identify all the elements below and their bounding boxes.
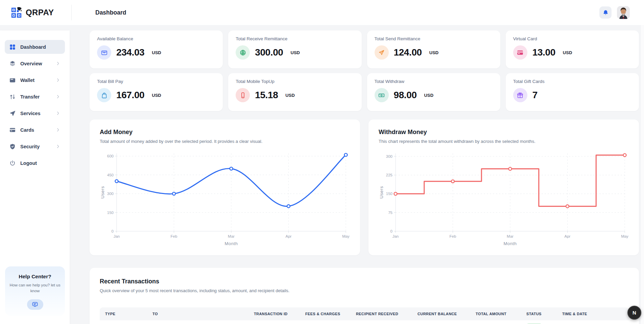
sidebar-item-dashboard[interactable]: Dashboard	[5, 40, 65, 54]
main-content: Available Balance234.03USDTotal Receive …	[90, 30, 639, 324]
svg-text:300: 300	[386, 154, 392, 158]
brand: QRPAY	[0, 5, 72, 20]
stat-value: 98.00	[394, 90, 417, 101]
help-chat-button[interactable]	[27, 299, 43, 310]
column-header-current-balance: CURRENT BALANCE	[412, 312, 470, 316]
sidebar-item-label: Security	[20, 144, 40, 149]
credit-card-icon	[513, 45, 527, 60]
sidebar-item-overview[interactable]: Overview	[5, 57, 65, 70]
sidebar-item-wallet[interactable]: Wallet	[5, 73, 65, 87]
column-header-transaction-id: TRANSACTION ID	[248, 312, 300, 316]
column-header-time-date: TIME & DATE	[557, 312, 629, 316]
sidebar-item-label: Services	[20, 111, 41, 116]
stat-label: Total Bill Pay	[97, 79, 215, 84]
chat-bubble-icon	[32, 301, 38, 308]
stat-value: 15.18	[255, 90, 278, 101]
svg-text:Mar: Mar	[507, 234, 514, 238]
qrpay-logo-icon	[10, 6, 23, 19]
credit-card-icon	[9, 127, 16, 133]
sidebar-item-label: Overview	[20, 61, 42, 66]
stat-label: Virtual Card	[513, 36, 631, 41]
help-center-text: How can we help you? let us know	[9, 282, 61, 294]
chevron-right-icon	[55, 61, 61, 66]
stat-card-total-receive-remittance: Total Receive Remittance300.00USD	[228, 30, 361, 68]
shopping-bag-icon	[97, 88, 111, 102]
stat-currency: USD	[291, 50, 300, 55]
column-header-type: TYPE	[100, 312, 147, 316]
charts-grid: Add Money Total amount of money added by…	[90, 120, 639, 255]
svg-text:225: 225	[386, 173, 392, 177]
transactions-subtitle: Quick overview of your 5 most recent tra…	[100, 288, 629, 293]
stat-currency: USD	[152, 50, 161, 55]
chevron-right-icon	[55, 78, 61, 83]
stat-card-total-gift-cards: Total Gift Cards7	[506, 73, 639, 111]
chevron-right-icon	[55, 127, 61, 132]
page-title: Dashboard	[95, 9, 126, 16]
gift-icon	[513, 88, 527, 102]
user-avatar[interactable]	[617, 6, 630, 19]
stat-label: Available Balance	[97, 36, 215, 41]
stat-value: 167.00	[116, 90, 144, 101]
chevron-right-icon	[55, 144, 61, 149]
chevron-right-icon	[55, 111, 61, 116]
stat-currency: USD	[429, 50, 438, 55]
stat-label: Total Gift Cards	[513, 79, 631, 84]
stat-label: Total Mobile TopUp	[236, 79, 354, 84]
svg-text:Feb: Feb	[171, 234, 177, 238]
stat-label: Total Send Remittance	[375, 36, 493, 41]
svg-text:Jan: Jan	[392, 234, 399, 238]
sidebar-item-cards[interactable]: Cards	[5, 123, 65, 137]
recent-transactions-card: Recent Transactions Quick overview of yo…	[90, 268, 639, 324]
stat-value: 234.03	[116, 47, 144, 58]
stat-label: Total Receive Remittance	[236, 36, 354, 41]
stat-label: Total Withdraw	[375, 79, 493, 84]
sidebar-item-label: Cards	[20, 127, 34, 133]
paper-plane-icon	[9, 110, 16, 117]
stat-card-total-withdraw: Total Withdraw98.00USD	[367, 73, 500, 111]
svg-text:450: 450	[107, 173, 114, 177]
withdraw-money-chart-card: Withdraw Money This chart represents the…	[368, 120, 639, 255]
sidebar: DashboardOverviewWalletTransferServicesC…	[0, 30, 70, 324]
svg-text:Month: Month	[224, 241, 238, 246]
svg-text:Month: Month	[503, 241, 517, 246]
shield-check-icon	[9, 143, 16, 150]
transactions-title: Recent Transactions	[100, 278, 629, 285]
scrollbar-track[interactable]	[640, 25, 644, 324]
chart-subtitle: Total amount of money added by over the …	[100, 139, 350, 144]
svg-text:0: 0	[112, 229, 114, 233]
column-header-status: STATUS	[521, 312, 557, 316]
stat-value: 13.00	[532, 47, 555, 58]
floating-action-button[interactable]: N	[627, 306, 641, 320]
svg-text:75: 75	[388, 211, 392, 215]
stat-card-total-send-remittance: Total Send Remittance124.00USD	[367, 30, 500, 68]
notifications-button[interactable]	[599, 6, 612, 19]
sidebar-item-logout[interactable]: Logout	[5, 156, 65, 170]
smartphone-icon	[236, 88, 250, 102]
fab-label: N	[633, 310, 636, 316]
stat-card-available-balance: Available Balance234.03USD	[90, 30, 223, 68]
svg-text:600: 600	[107, 154, 114, 158]
sidebar-item-label: Logout	[20, 160, 37, 166]
layers-icon	[9, 60, 16, 67]
sidebar-item-security[interactable]: Security	[5, 139, 65, 153]
topbar: QRPAY Dashboard	[0, 0, 644, 25]
svg-text:150: 150	[386, 192, 392, 196]
column-header-fees-charges: FEES & CHARGES	[300, 312, 351, 316]
svg-text:Apr: Apr	[286, 234, 292, 238]
sidebar-nav: DashboardOverviewWalletTransferServicesC…	[5, 40, 65, 170]
stat-currency: USD	[424, 93, 433, 98]
table-row[interactable]	[100, 320, 629, 324]
stat-value: 124.00	[394, 47, 422, 58]
wallet-icon	[9, 77, 16, 84]
sidebar-item-services[interactable]: Services	[5, 106, 65, 120]
power-icon	[9, 160, 16, 167]
column-header-to: TO	[147, 312, 248, 316]
stat-currency: USD	[285, 93, 294, 98]
sidebar-item-transfer[interactable]: Transfer	[5, 90, 65, 104]
help-center-title: Help Center?	[9, 274, 61, 280]
dashboard-grid-icon	[9, 44, 16, 50]
chevron-right-icon	[55, 94, 61, 99]
column-header-total-amount: TOTAL AMOUNT	[470, 312, 521, 316]
stat-card-total-bill-pay: Total Bill Pay167.00USD	[90, 73, 223, 111]
sidebar-item-label: Dashboard	[20, 44, 46, 50]
